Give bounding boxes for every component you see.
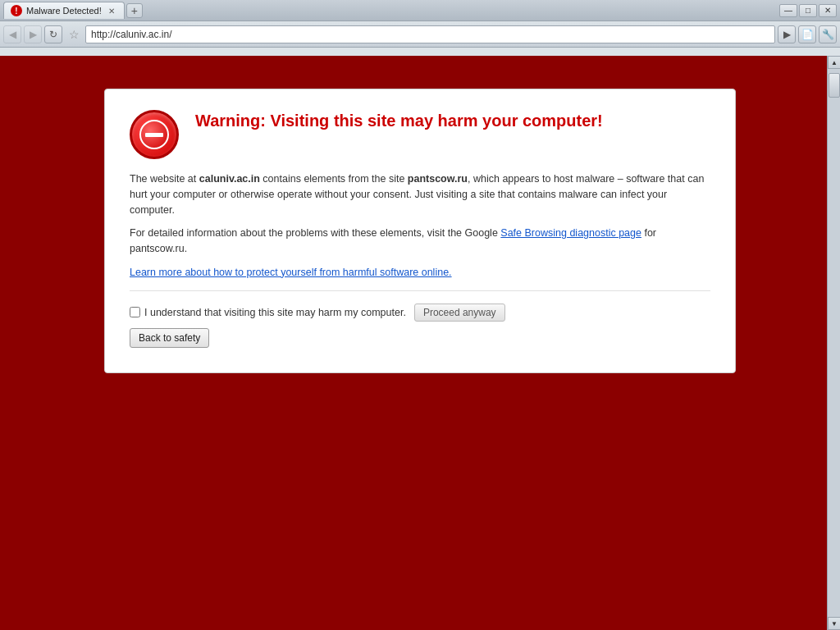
scrollbar[interactable]: ▲ ▼ (827, 56, 840, 630)
minimize-button[interactable]: — (779, 4, 797, 17)
warning-icon (130, 110, 179, 159)
back-to-safety-button[interactable]: Back to safety (130, 328, 209, 348)
warning-title: Warning: Visiting this site may harm you… (195, 110, 603, 131)
stop-sign (139, 120, 169, 149)
warning-actions: I understand that visiting this site may… (130, 304, 710, 322)
new-tab-button[interactable]: + (126, 3, 143, 18)
title-bar: Malware Detected! ✕ + — □ ✕ (0, 0, 840, 21)
page-content: Warning: Visiting this site may harm you… (0, 56, 840, 630)
proceed-anyway-button[interactable]: Proceed anyway (414, 304, 505, 322)
understand-checkbox-label[interactable]: I understand that visiting this site may… (130, 307, 406, 318)
warning-header: Warning: Visiting this site may harm you… (130, 110, 710, 159)
detail-prefix: For detailed information about the probl… (130, 227, 500, 239)
refresh-button[interactable]: ↻ (44, 25, 62, 43)
window-controls: — □ ✕ (779, 4, 837, 17)
bookmark-star-icon[interactable]: ☆ (65, 25, 83, 43)
scrollbar-thumb[interactable] (829, 73, 840, 98)
maximize-button[interactable]: □ (799, 4, 817, 17)
warning-body1: The website at (130, 173, 199, 185)
go-button[interactable]: ▶ (778, 25, 796, 43)
tools-menu-button[interactable]: 🔧 (819, 25, 837, 43)
back-button-container: Back to safety (130, 322, 710, 348)
warning-detail: For detailed information about the probl… (130, 226, 710, 257)
warning-panel: Warning: Visiting this site may harm you… (104, 89, 736, 373)
close-button[interactable]: ✕ (819, 4, 837, 17)
learn-more-link[interactable]: Learn more about how to protect yourself… (130, 267, 452, 278)
page-menu-button[interactable]: 📄 (798, 25, 816, 43)
tab-close-button[interactable]: ✕ (106, 5, 117, 16)
back-button[interactable]: ◀ (3, 25, 21, 43)
minus-bar (145, 133, 163, 137)
title-bar-left: Malware Detected! ✕ + (3, 2, 779, 19)
browser-tab[interactable]: Malware Detected! ✕ (3, 2, 125, 19)
address-text: http://caluniv.ac.in/ (91, 29, 172, 40)
understand-checkbox[interactable] (130, 307, 140, 317)
warning-body: The website at caluniv.ac.in contains el… (130, 171, 710, 217)
malware-site: pantscow.ru (408, 173, 468, 185)
divider (130, 290, 710, 291)
safe-browsing-link[interactable]: Safe Browsing diagnostic page (500, 227, 641, 239)
scrollbar-down-button[interactable]: ▼ (828, 617, 840, 630)
warning-circle (130, 110, 179, 159)
site-name: caluniv.ac.in (199, 173, 260, 185)
checkbox-label-text: I understand that visiting this site may… (144, 307, 406, 318)
browser-chrome: Malware Detected! ✕ + — □ ✕ ◀ ▶ ↻ ☆ http… (0, 0, 840, 56)
learn-more: Learn more about how to protect yourself… (130, 265, 710, 281)
tab-favicon (11, 5, 22, 16)
address-bar[interactable]: http://caluniv.ac.in/ (85, 25, 775, 43)
warning-body2: contains elements from the site (260, 173, 408, 185)
forward-button[interactable]: ▶ (24, 25, 42, 43)
scrollbar-up-button[interactable]: ▲ (828, 56, 840, 69)
tab-title: Malware Detected! (26, 6, 102, 16)
navigation-bar: ◀ ▶ ↻ ☆ http://caluniv.ac.in/ ▶ 📄 🔧 (0, 21, 840, 48)
